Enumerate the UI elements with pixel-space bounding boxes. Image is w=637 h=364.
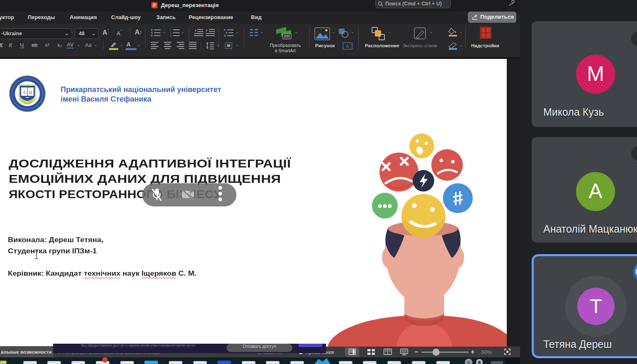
svg-text:P: P (153, 3, 156, 8)
svg-text:A: A (346, 44, 349, 49)
svg-text:Ω: Ω (29, 90, 32, 95)
svg-text:2: 2 (170, 32, 172, 34)
svg-text:1: 1 (170, 29, 172, 32)
svg-text:3: 3 (170, 35, 172, 37)
svg-text:Λ: Λ (23, 90, 26, 95)
